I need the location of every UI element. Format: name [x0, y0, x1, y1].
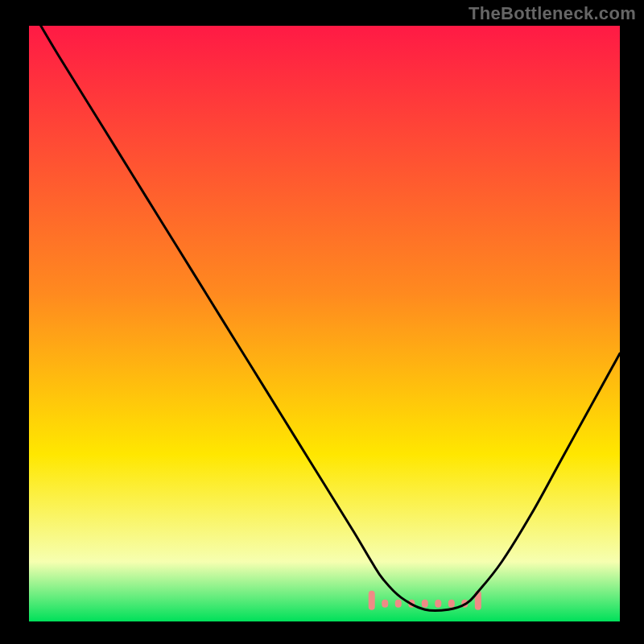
optimal-tick: [448, 600, 455, 608]
optimal-tick: [395, 600, 402, 608]
plot-background: [29, 26, 620, 621]
bottleneck-chart: [0, 0, 644, 644]
optimal-tick: [382, 600, 388, 608]
optimal-tick: [369, 591, 375, 610]
optimal-tick: [435, 600, 441, 608]
optimal-tick: [422, 600, 428, 608]
attribution-text: TheBottleneck.com: [469, 3, 636, 24]
